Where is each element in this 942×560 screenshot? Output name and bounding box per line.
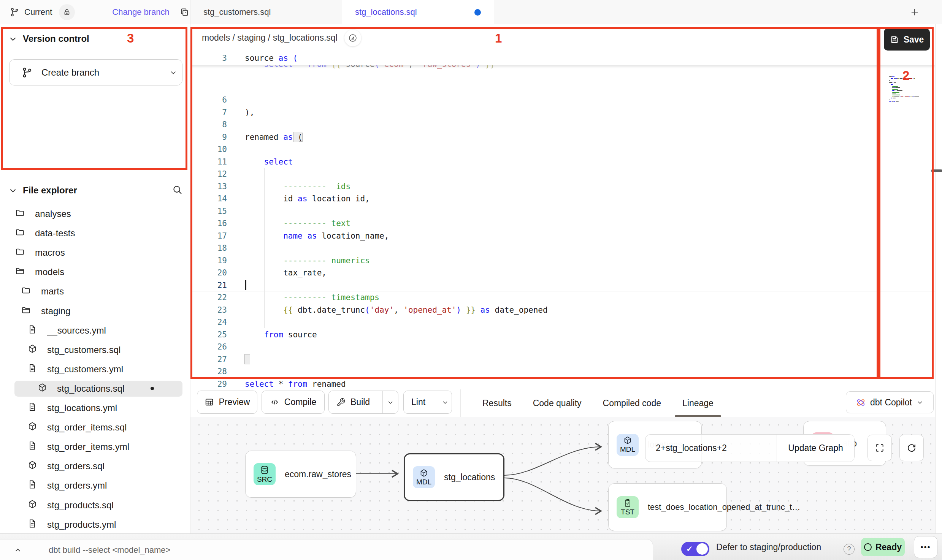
file-row-stg-order-items-sql[interactable]: stg_order_items.sql xyxy=(27,419,127,435)
tab-results[interactable]: Results xyxy=(482,389,512,417)
file-row-macros[interactable]: macros xyxy=(15,245,65,261)
copy-icon[interactable] xyxy=(179,7,189,17)
panel-resize-handle[interactable] xyxy=(931,169,942,172)
lineage-selector-bar: 2+stg_locations+2 Update Graph xyxy=(645,434,855,462)
test-badge: TST xyxy=(617,496,639,518)
file-row-marts[interactable]: marts xyxy=(21,283,64,299)
update-graph-button[interactable]: Update Graph xyxy=(777,435,854,462)
tab-compiled-code[interactable]: Compiled code xyxy=(603,389,661,417)
code-line xyxy=(190,94,935,106)
version-control-header[interactable]: Version control xyxy=(8,33,89,44)
breadcrumb-bar: models / staging / stg_locations.sql xyxy=(190,24,935,51)
unsaved-changes-dot xyxy=(474,9,481,16)
file-row--sources-yml[interactable]: __sources.yml xyxy=(27,323,106,339)
lint-main[interactable]: Lint xyxy=(404,391,433,413)
code-text: --------- ids xyxy=(245,180,350,193)
dbt-copilot-button[interactable]: dbt Copilot xyxy=(846,391,934,413)
git-branch-icon xyxy=(22,67,33,78)
lineage-fullscreen-button[interactable] xyxy=(867,435,892,461)
editor-tab-stg-locations[interactable]: stg_locations.sql xyxy=(342,0,494,24)
copilot-edit-icon[interactable] xyxy=(344,30,361,46)
minimap-line xyxy=(909,96,910,96)
file-search-icon[interactable] xyxy=(172,184,183,196)
file-row-stg-orders-sql[interactable]: stg_orders.sql xyxy=(27,458,105,474)
bracket-match-highlight xyxy=(244,354,250,364)
file-row-stg-products-yml[interactable]: stg_products.yml xyxy=(27,517,116,533)
right-gutter xyxy=(935,24,942,533)
minimap-line xyxy=(913,96,914,96)
cube-icon xyxy=(37,383,47,395)
code-line: renamed as ( xyxy=(190,131,935,144)
file-label: macros xyxy=(35,247,65,258)
toolbar-divider xyxy=(460,389,461,417)
editor-tab-stg-customers[interactable]: stg_customers.sql xyxy=(190,0,342,24)
code-text: select xyxy=(245,156,293,168)
file-row-analyses[interactable]: analyses xyxy=(15,206,71,222)
minimap-line xyxy=(892,101,893,102)
file-row-stg-customers-yml[interactable]: stg_customers.yml xyxy=(27,361,123,377)
chevron-down-icon xyxy=(916,399,924,406)
preview-button[interactable]: Preview xyxy=(197,391,257,414)
file-row-stg-products-sql[interactable]: stg_products.sql xyxy=(27,497,114,513)
lineage-node-ecom-raw-stores[interactable]: SRC ecom.raw_stores xyxy=(245,451,356,498)
lineage-refresh-button[interactable] xyxy=(899,435,924,461)
build-button[interactable]: Build xyxy=(328,391,398,414)
code-line xyxy=(190,279,935,292)
code-text: name as location_name, xyxy=(245,230,389,242)
file-explorer-header[interactable]: File explorer xyxy=(8,185,77,196)
file-explorer-title: File explorer xyxy=(23,185,77,196)
file-label: stg_customers.yml xyxy=(47,364,123,375)
file-row-stg-order-items-yml[interactable]: stg_order_items.yml xyxy=(27,439,129,455)
line-number: 3 xyxy=(192,51,227,65)
lint-dropdown[interactable] xyxy=(438,391,452,413)
save-button[interactable]: Save xyxy=(884,28,930,51)
file-label: analyses xyxy=(35,209,71,219)
save-label: Save xyxy=(904,35,924,45)
minimap-line xyxy=(904,78,906,79)
code-line xyxy=(190,119,935,131)
minimap-line xyxy=(912,96,913,96)
code-line: name as location_name, xyxy=(190,230,935,242)
git-branch-icon xyxy=(10,7,20,17)
lineage-canvas[interactable]: SRC ecom.raw_stores MDL stg_locations MD… xyxy=(190,417,935,533)
file-row-stg-locations-sql[interactable]: stg_locations.sql xyxy=(14,381,182,397)
build-label: Build xyxy=(350,397,370,407)
change-branch-link[interactable]: Change branch xyxy=(112,7,169,17)
build-dropdown[interactable] xyxy=(382,391,398,413)
code-text: source as ( xyxy=(245,51,298,65)
file-row-models[interactable]: models xyxy=(15,264,64,280)
create-branch-dropdown[interactable] xyxy=(164,60,182,85)
new-tab-button[interactable] xyxy=(906,4,923,21)
toggle-check-icon: ✓ xyxy=(686,544,693,554)
save-icon xyxy=(890,35,899,44)
file-row-stg-orders-yml[interactable]: stg_orders.yml xyxy=(27,478,107,494)
cube-icon xyxy=(27,460,37,472)
lint-label: Lint xyxy=(411,397,425,407)
code-line: id as location_id, xyxy=(190,193,935,205)
chevron-up-icon xyxy=(14,546,22,554)
create-branch-button[interactable]: Create branch xyxy=(9,59,182,85)
file-row-staging[interactable]: staging xyxy=(21,303,70,319)
lineage-selector-input[interactable]: 2+stg_locations+2 xyxy=(645,435,777,462)
lineage-node-stg-locations[interactable]: MDL stg_locations xyxy=(404,453,504,501)
code-line xyxy=(190,365,935,378)
minimap-line xyxy=(908,78,913,79)
command-input[interactable]: dbt build --select <model_name> xyxy=(49,539,170,560)
more-options-button[interactable]: ••• xyxy=(914,536,937,558)
compile-button[interactable]: Compile xyxy=(262,391,325,414)
tab-code-quality[interactable]: Code quality xyxy=(533,389,582,417)
editor-minimap[interactable] xyxy=(888,76,932,107)
defer-toggle[interactable]: ✓ xyxy=(681,542,709,556)
lineage-node-test[interactable]: TST test_does_location_opened_at_trunc_t… xyxy=(608,483,727,531)
tab-lineage[interactable]: Lineage xyxy=(682,389,714,417)
lint-button[interactable]: Lint xyxy=(403,391,452,414)
file-row-stg-customers-sql[interactable]: stg_customers.sql xyxy=(27,342,121,358)
collapse-panel-button[interactable] xyxy=(0,539,36,560)
file-row-data-tests[interactable]: data-tests xyxy=(15,225,75,241)
help-icon[interactable]: ? xyxy=(844,544,855,555)
create-branch-main[interactable]: Create branch xyxy=(10,67,164,78)
file-row-stg-locations-yml[interactable]: stg_locations.yml xyxy=(27,400,117,416)
build-main[interactable]: Build xyxy=(329,391,377,413)
code-text: ), xyxy=(245,106,254,119)
code-editor[interactable]: 67),89renamed as (1011 select1213 ------… xyxy=(190,51,935,411)
